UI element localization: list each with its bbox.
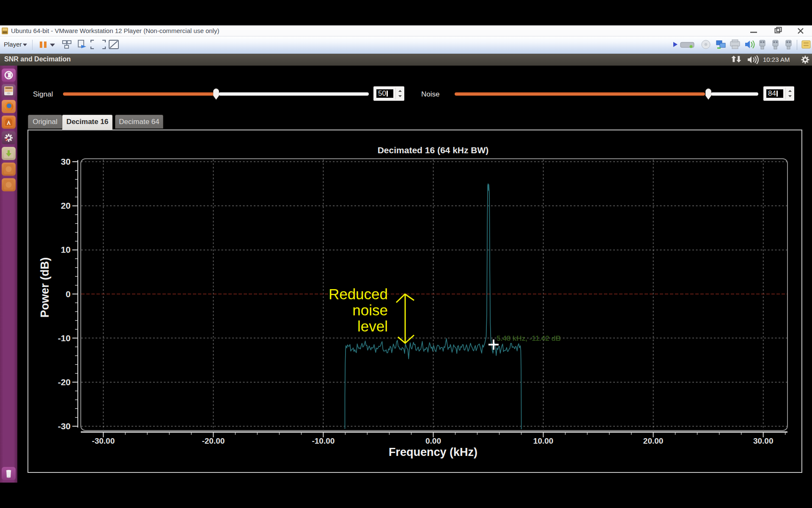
svg-text:0: 0 — [66, 289, 71, 299]
svg-text:30: 30 — [61, 157, 71, 166]
svg-text:0.00: 0.00 — [425, 436, 441, 445]
svg-text:Reduced: Reduced — [329, 286, 388, 302]
svg-text:10: 10 — [61, 245, 71, 254]
svg-text:Frequency (kHz): Frequency (kHz) — [389, 446, 477, 458]
svg-text:20.00: 20.00 — [643, 436, 664, 445]
svg-text:-20.00: -20.00 — [202, 436, 225, 445]
svg-text:-20: -20 — [58, 377, 71, 387]
svg-text:20: 20 — [61, 201, 71, 210]
svg-text:noise: noise — [352, 302, 388, 318]
svg-text:-10: -10 — [58, 333, 71, 343]
svg-text:Decimated 16 (64 kHz BW): Decimated 16 (64 kHz BW) — [378, 145, 489, 155]
svg-text:level: level — [357, 318, 388, 334]
svg-text:10.00: 10.00 — [533, 436, 554, 445]
svg-text:30.00: 30.00 — [753, 436, 774, 445]
svg-text:5.48 kHz, -11.42 dB: 5.48 kHz, -11.42 dB — [497, 334, 561, 342]
svg-text:-10.00: -10.00 — [312, 436, 335, 445]
svg-text:-30.00: -30.00 — [92, 436, 115, 445]
svg-text:-30: -30 — [58, 421, 71, 431]
svg-text:Power (dB): Power (dB) — [38, 257, 51, 318]
